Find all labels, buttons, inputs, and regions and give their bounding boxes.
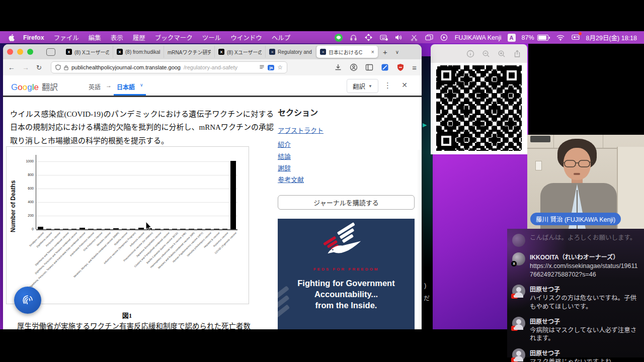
wifi-icon[interactable] bbox=[556, 33, 565, 42]
tab-x-user-2[interactable]: X (8) Xユーザーの bbox=[215, 46, 266, 58]
chat-message: 田原せつ子 今病院はマスクしてない人必ず注意されます。 bbox=[512, 317, 640, 343]
journal-favicon: ≡ bbox=[269, 49, 275, 55]
translate-button[interactable]: 翻訳▼ bbox=[347, 79, 378, 93]
new-tab-button[interactable]: + bbox=[383, 48, 387, 56]
bookmark-star-icon[interactable]: ☆ bbox=[277, 64, 283, 71]
chat-link[interactable]: https://x.com/issekinagae/status/1961176… bbox=[530, 262, 640, 279]
menubar-app-name[interactable]: Firefox bbox=[23, 34, 44, 41]
lock-icon bbox=[64, 65, 68, 70]
mission-control-icon[interactable] bbox=[425, 33, 434, 42]
fingerprint-icon bbox=[20, 293, 35, 308]
avatar[interactable] bbox=[512, 348, 525, 361]
share-icon[interactable] bbox=[513, 50, 521, 58]
chat-author[interactable]: 田原せつ子 bbox=[530, 348, 640, 357]
reader-mode-icon[interactable] bbox=[259, 64, 265, 70]
menubar-datetime[interactable]: 8月29日(金) 18:18 bbox=[586, 33, 637, 42]
translate-widget-button[interactable] bbox=[14, 287, 41, 314]
extension-container-icon[interactable] bbox=[381, 63, 389, 71]
chart-bar bbox=[46, 229, 52, 229]
subscribe-journal-button[interactable]: ジャーナルを購読する bbox=[278, 195, 415, 210]
chat-text: ハイリスクの方は危ないですね。子供もやめてほしいです。 bbox=[530, 294, 640, 311]
window-close-button[interactable] bbox=[7, 49, 13, 55]
section-link-abstract[interactable]: アブストラクト bbox=[278, 125, 324, 135]
volume-icon[interactable] bbox=[394, 33, 404, 42]
kebab-menu-icon[interactable]: ⋮ bbox=[384, 81, 391, 90]
window-minimize-button[interactable] bbox=[17, 49, 23, 55]
window-zoom-button[interactable] bbox=[27, 49, 33, 55]
back-button[interactable]: ← bbox=[8, 63, 15, 71]
chart-y-tick: 600 bbox=[20, 187, 34, 190]
google-translate-bar: Google翻訳 英語 → 日本語 ∨ 翻訳▼ ⋮ ✕ bbox=[3, 75, 422, 97]
google-translate-logo: Google翻訳 bbox=[11, 80, 58, 93]
tab-mrna-lab[interactable]: mRNAワクチン研究所 bbox=[164, 46, 215, 58]
page-scrollbar[interactable] bbox=[418, 150, 422, 329]
avatar[interactable] bbox=[512, 317, 525, 330]
input-source-icon[interactable] bbox=[379, 33, 388, 42]
line-app-icon[interactable] bbox=[334, 33, 343, 42]
move-crosshair-icon[interactable] bbox=[364, 33, 373, 42]
chart-y-axis-label: Number of Deaths bbox=[10, 158, 17, 232]
feds-for-freedom-banner[interactable]: FEDS FOR FREEDOM Fighting for Government… bbox=[278, 219, 415, 329]
menu-edit[interactable]: 編集 bbox=[89, 33, 101, 42]
tab-close-icon[interactable]: × bbox=[371, 49, 374, 55]
chat-author[interactable]: IKKOOITA（れいわオーナーズ） bbox=[530, 252, 640, 261]
avatar[interactable]: X bbox=[512, 252, 525, 265]
menu-tools[interactable]: ツール bbox=[202, 33, 221, 42]
menu-history[interactable]: 履歴 bbox=[133, 33, 145, 42]
info-icon[interactable] bbox=[466, 50, 474, 58]
section-link-references[interactable]: 参考文献 bbox=[278, 174, 304, 184]
input-method-badge[interactable]: A bbox=[508, 34, 516, 42]
tab-x-user-1[interactable]: X (8) Xユーザーの bbox=[62, 46, 113, 58]
screen-share-icon[interactable] bbox=[571, 33, 580, 42]
macos-menubar: Firefox ファイル 編集 表示 履歴 ブックマーク ツール ウインドウ ヘ… bbox=[0, 31, 644, 44]
sidebar-icon[interactable] bbox=[365, 63, 373, 71]
chat-author[interactable]: 田原せつ子 bbox=[530, 317, 640, 325]
headphones-icon[interactable] bbox=[349, 33, 358, 42]
tab-x-search[interactable]: X (8) from:hudikah bbox=[113, 46, 164, 58]
partial-text: だ bbox=[424, 294, 430, 302]
menu-hamburger-icon[interactable]: ≡ bbox=[412, 63, 417, 72]
menu-help[interactable]: ヘルプ bbox=[272, 33, 291, 42]
firefox-view-icon[interactable] bbox=[46, 48, 55, 56]
menu-bookmarks[interactable]: ブックマーク bbox=[155, 33, 193, 42]
section-link-acknowledgements[interactable]: 謝辞 bbox=[278, 163, 291, 172]
chart-y-tick: 400 bbox=[20, 200, 34, 204]
avatar[interactable] bbox=[512, 285, 525, 298]
translate-page-icon[interactable]: ja bbox=[268, 65, 274, 70]
menu-file[interactable]: ファイル bbox=[54, 33, 79, 42]
zoom-in-icon[interactable] bbox=[498, 50, 506, 58]
avatar[interactable] bbox=[512, 234, 525, 247]
play-circle-icon[interactable] bbox=[440, 33, 449, 42]
apple-icon[interactable] bbox=[7, 33, 16, 42]
menu-view[interactable]: 表示 bbox=[111, 33, 123, 42]
x-badge-icon: X bbox=[511, 261, 517, 266]
navigation-toolbar: ← → ↻ publichealthpolicyjournal-com.tran… bbox=[3, 59, 422, 75]
tracking-shield-icon[interactable] bbox=[55, 64, 61, 70]
zoom-out-icon[interactable] bbox=[482, 50, 490, 58]
menubar-username[interactable]: FUJIKAWA Kenji bbox=[455, 34, 502, 41]
chart-bar bbox=[230, 161, 236, 229]
chat-message: こんばんは。よろしくお願いします。 bbox=[512, 234, 640, 247]
live-chat-panel[interactable]: こんばんは。よろしくお願いします。 X IKKOOITA（れいわオーナーズ） h… bbox=[507, 229, 644, 357]
section-link-conclusion[interactable]: 結論 bbox=[278, 151, 291, 161]
tab-list-dropdown-icon[interactable]: ∨ bbox=[395, 49, 399, 55]
chat-author[interactable]: 田原せつ子 bbox=[530, 285, 640, 293]
cyan-arrow-icon: ▶ bbox=[423, 122, 427, 128]
menu-window[interactable]: ウインドウ bbox=[230, 33, 262, 42]
downloads-icon[interactable] bbox=[334, 63, 342, 71]
source-language[interactable]: 英語 bbox=[89, 82, 101, 91]
tab-active-japan-covid[interactable]: ≡ 日本におけるC × bbox=[316, 46, 378, 58]
url-bar[interactable]: publichealthpolicyjournal-com.translate.… bbox=[51, 61, 287, 73]
section-link-introduction[interactable]: 紹介 bbox=[278, 139, 291, 149]
tab-regulatory[interactable]: ≡ Regulatory and S bbox=[266, 46, 316, 58]
chart-bar bbox=[189, 229, 194, 229]
scissors-icon[interactable] bbox=[410, 33, 419, 42]
language-dropdown-caret[interactable]: ∨ bbox=[140, 82, 143, 87]
forward-button[interactable]: → bbox=[22, 63, 29, 71]
reload-button[interactable]: ↻ bbox=[36, 64, 42, 71]
figure-caption: 図1 bbox=[6, 310, 248, 320]
adblock-shield-icon[interactable] bbox=[396, 63, 405, 71]
close-translate-bar-icon[interactable]: ✕ bbox=[401, 81, 408, 89]
target-language[interactable]: 日本語 bbox=[117, 82, 135, 91]
account-icon[interactable] bbox=[350, 63, 358, 71]
